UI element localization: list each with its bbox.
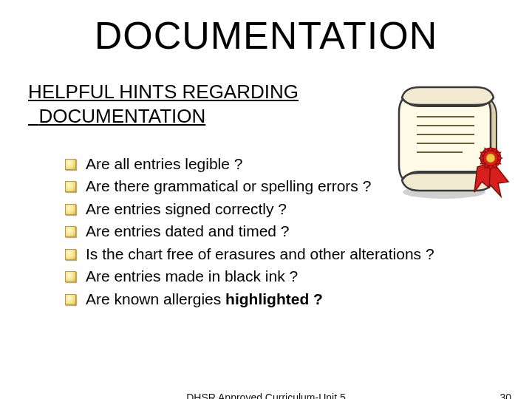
list-item: Are known allergies highlighted ? <box>65 288 532 310</box>
hints-list: Are all entries legible ? Are there gram… <box>65 153 532 310</box>
list-item: Are entries dated and timed ? <box>65 220 532 242</box>
list-item: Are all entries legible ? <box>65 153 532 175</box>
list-item: Are entries signed correctly ? <box>65 198 532 220</box>
list-item: Are entries made in black ink ? <box>65 265 532 287</box>
footer-center-text: DHSR Approved Curriculum-Unit 5 <box>0 392 532 399</box>
subtitle-line1: HELPFUL HINTS REGARDING <box>28 81 299 103</box>
slide-title: DOCUMENTATION <box>0 0 532 58</box>
list-item: Is the chart free of erasures and other … <box>65 243 532 265</box>
list-item: Are there grammatical or spelling errors… <box>65 175 532 197</box>
list-item-text: Are known allergies <box>86 290 225 307</box>
slide-number: 30 <box>499 392 511 399</box>
list-item-bold: highlighted ? <box>225 290 323 307</box>
subtitle-line2: DOCUMENTATION <box>38 105 205 127</box>
